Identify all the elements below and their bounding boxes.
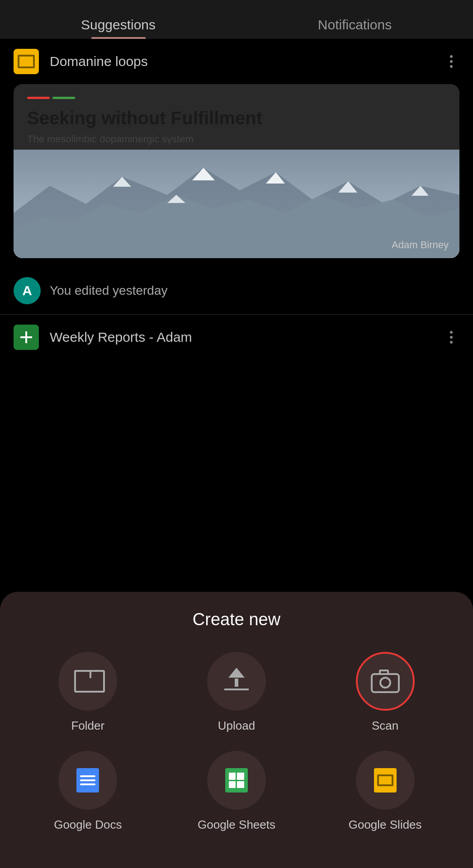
scan-circle	[356, 652, 415, 711]
google-sheets-icon	[225, 768, 248, 793]
upload-label: Upload	[218, 719, 255, 733]
preview-title: Seeking without Fulfillment	[27, 107, 446, 129]
sheet-item-google-docs[interactable]: Google Docs	[18, 751, 158, 832]
google-sheets-circle	[207, 751, 266, 810]
sheet-item-upload[interactable]: Upload	[167, 652, 307, 733]
plus-icon	[19, 330, 34, 345]
folder-label: Folder	[71, 719, 104, 733]
sheet-title: Create new	[18, 610, 455, 629]
bottom-sheet: Create new Folder Upload	[0, 592, 473, 868]
accent-lines	[27, 97, 446, 99]
doc-icon-green-plus	[14, 325, 39, 350]
doc-item-weekly[interactable]: Weekly Reports - Adam	[0, 315, 473, 360]
doc-title-domanine: Domanine loops	[50, 54, 443, 69]
google-docs-icon	[76, 768, 99, 793]
more-options-doc1[interactable]	[443, 53, 459, 70]
google-docs-circle	[58, 751, 117, 810]
upload-circle	[207, 652, 266, 711]
camera-icon	[371, 670, 400, 693]
google-slides-circle	[356, 751, 415, 810]
google-docs-label: Google Docs	[54, 818, 122, 832]
folder-circle	[58, 652, 117, 711]
doc-icon-sheets-yellow	[14, 49, 39, 74]
accent-line-green	[52, 97, 75, 99]
scan-label: Scan	[372, 719, 398, 733]
sheet-item-google-slides[interactable]: Google Slides	[315, 751, 455, 832]
preview-card[interactable]: Seeking without Fulfillment The mesolimb…	[14, 84, 459, 258]
google-sheets-label: Google Sheets	[198, 818, 275, 832]
preview-author: Adam Birney	[392, 239, 449, 251]
google-slides-label: Google Slides	[349, 818, 422, 832]
doc-item-domanine[interactable]: Domanine loops	[0, 39, 473, 84]
main-content: Domanine loops Seeking without Fulfillme…	[0, 39, 473, 369]
edit-text: You edited yesterday	[50, 283, 168, 298]
preview-subtitle: The mesolimbic dopaminergic system	[27, 133, 446, 145]
sheet-item-google-sheets[interactable]: Google Sheets	[167, 751, 307, 832]
sheet-item-scan[interactable]: Scan	[315, 652, 455, 733]
top-tabs: Suggestions Notifications	[0, 0, 473, 39]
preview-mountain-image: Adam Birney	[14, 150, 459, 258]
accent-line-red	[27, 97, 50, 99]
doc-title-weekly: Weekly Reports - Adam	[50, 330, 443, 345]
svg-rect-10	[20, 336, 32, 338]
avatar: A	[14, 277, 41, 304]
edit-info: A You edited yesterday	[0, 267, 473, 314]
sheet-grid: Folder Upload Scan	[18, 652, 455, 832]
tab-suggestions[interactable]: Suggestions	[0, 9, 236, 39]
preview-header: Seeking without Fulfillment The mesolimb…	[14, 84, 459, 150]
folder-icon	[74, 670, 101, 693]
sheet-item-folder[interactable]: Folder	[18, 652, 158, 733]
upload-icon	[224, 668, 249, 695]
tab-notifications[interactable]: Notifications	[236, 9, 473, 39]
google-slides-icon	[374, 768, 397, 793]
more-options-doc2[interactable]	[443, 329, 459, 345]
sheets-yellow-icon	[18, 55, 35, 68]
